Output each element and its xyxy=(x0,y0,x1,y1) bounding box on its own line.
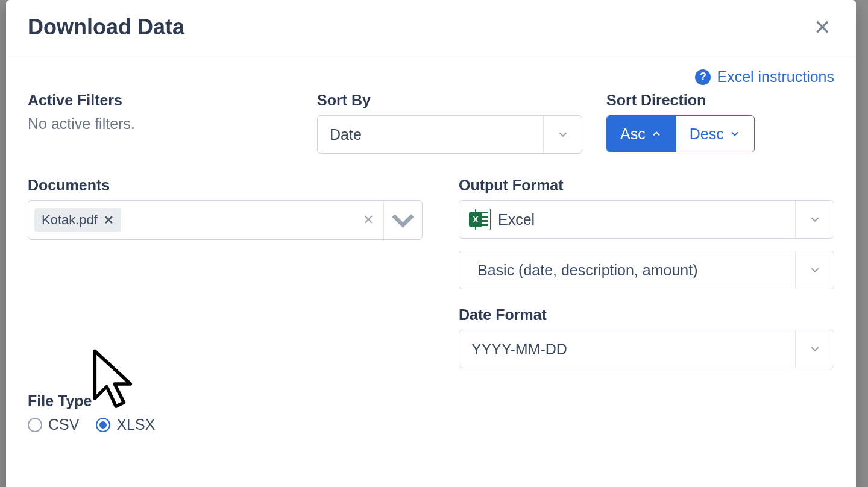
date-format-value: YYYY-MM-DD xyxy=(459,341,795,358)
excel-instructions-link[interactable]: Excel instructions xyxy=(717,68,834,86)
date-format-label: Date Format xyxy=(459,306,834,324)
file-type-xlsx-label: XLSX xyxy=(116,416,155,433)
row-filters-sort: Active Filters No active filters. Sort B… xyxy=(28,92,834,154)
close-button[interactable]: ✕ xyxy=(810,14,834,40)
chevron-down-icon xyxy=(383,201,422,239)
remove-chip-icon[interactable]: ✕ xyxy=(104,213,114,227)
chevron-down-icon xyxy=(543,116,582,153)
file-type-csv-label: CSV xyxy=(48,416,79,433)
radio-selected-icon xyxy=(96,418,110,432)
chevron-up-icon xyxy=(650,128,662,140)
close-icon: ✕ xyxy=(814,16,831,39)
sort-direction-toggle: Asc Desc xyxy=(606,115,755,152)
active-filters-label: Active Filters xyxy=(28,92,293,109)
date-format-select[interactable]: YYYY-MM-DD xyxy=(459,330,834,368)
sort-asc-label: Asc xyxy=(620,125,646,143)
sort-direction-label: Sort Direction xyxy=(606,92,834,109)
download-data-modal: Download Data ✕ ? Excel instructions Act… xyxy=(6,0,856,487)
chevron-down-icon xyxy=(795,251,834,289)
active-filters-status: No active filters. xyxy=(28,115,293,133)
modal-header: Download Data ✕ xyxy=(6,0,856,57)
file-type-csv[interactable]: CSV xyxy=(28,416,79,433)
chevron-down-icon xyxy=(729,128,741,140)
chevron-down-icon xyxy=(795,330,834,368)
documents-label: Documents xyxy=(28,177,423,194)
question-circle-icon: ? xyxy=(695,69,711,85)
file-type-label: File Type xyxy=(28,392,423,410)
documents-section: Documents Kotak.pdf ✕ ✕ xyxy=(28,177,423,368)
sort-desc-button[interactable]: Desc xyxy=(676,116,754,152)
documents-multiselect[interactable]: Kotak.pdf ✕ ✕ xyxy=(28,200,423,240)
output-preset-value: Basic (date, description, amount) xyxy=(459,262,795,279)
output-format-label: Output Format xyxy=(459,177,834,194)
sort-by-value: Date xyxy=(318,126,543,143)
chevron-down-icon xyxy=(795,201,834,238)
output-format-section: Output Format X Excel Basic (date, descr… xyxy=(459,177,834,368)
clear-all-icon[interactable]: ✕ xyxy=(353,212,383,228)
radio-icon xyxy=(28,418,42,432)
file-type-section: File Type CSV XLSX xyxy=(28,392,423,433)
modal-body: ? Excel instructions Active Filters No a… xyxy=(6,57,856,487)
sort-direction-section: Sort Direction Asc Desc xyxy=(606,92,834,154)
file-type-radio-group: CSV XLSX xyxy=(28,416,423,433)
sort-by-label: Sort By xyxy=(317,92,582,109)
output-preset-select[interactable]: Basic (date, description, amount) xyxy=(459,251,834,289)
output-format-value: Excel xyxy=(491,211,795,228)
sort-by-select[interactable]: Date xyxy=(317,115,582,154)
sort-by-section: Sort By Date xyxy=(317,92,582,154)
modal-title: Download Data xyxy=(28,14,184,40)
row-documents-output: Documents Kotak.pdf ✕ ✕ Output Format xyxy=(28,177,834,368)
sort-desc-label: Desc xyxy=(690,125,724,143)
excel-icon: X xyxy=(469,209,491,230)
help-row: ? Excel instructions xyxy=(28,68,834,86)
document-chip-label: Kotak.pdf xyxy=(42,212,98,228)
active-filters-section: Active Filters No active filters. xyxy=(28,92,293,154)
output-format-select[interactable]: X Excel xyxy=(459,200,834,239)
sort-asc-button[interactable]: Asc xyxy=(607,116,676,152)
document-chip: Kotak.pdf ✕ xyxy=(34,208,121,232)
file-type-xlsx[interactable]: XLSX xyxy=(96,416,155,433)
